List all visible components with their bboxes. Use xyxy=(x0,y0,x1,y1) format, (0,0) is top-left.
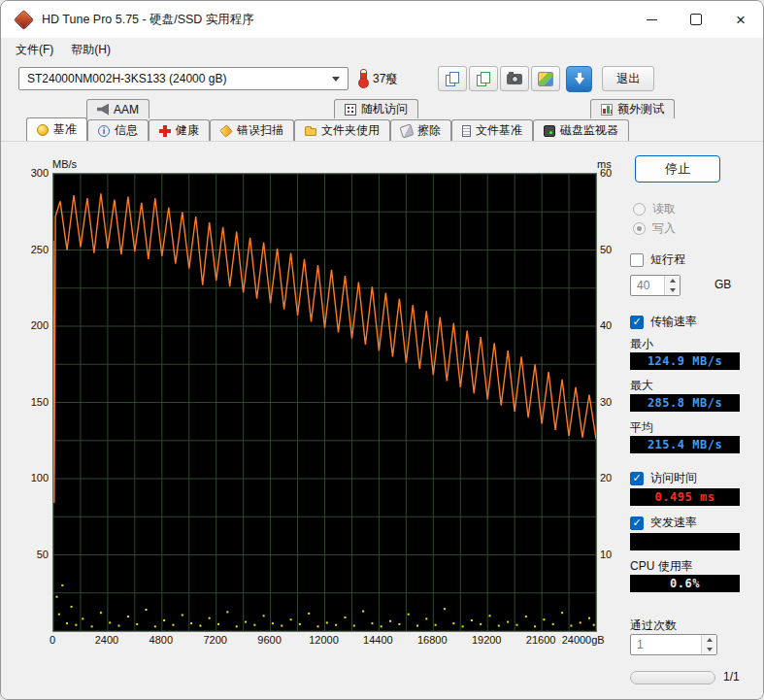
x-axis-tick-label: 12000 xyxy=(309,634,339,646)
min-label: 最小 xyxy=(630,336,653,352)
stepper-arrows xyxy=(701,635,716,654)
y-axis-tick-label: 300 xyxy=(25,167,49,179)
tab-label: 文件夹使用 xyxy=(321,122,380,139)
stepper-down-button[interactable] xyxy=(702,645,716,654)
tab-label: 信息 xyxy=(115,122,138,139)
tab-erase[interactable]: 擦除 xyxy=(390,119,451,141)
transfer-rate-row: 传输速率 xyxy=(630,314,697,330)
health-cross-icon xyxy=(159,125,171,137)
bar-chart-icon xyxy=(601,104,613,116)
cpu-usage-value: 0.6% xyxy=(630,575,740,592)
min-value: 124.9 MB/s xyxy=(630,352,740,370)
tab-info[interactable]: 信息 xyxy=(87,119,149,141)
short-stroke-row: 短行程 xyxy=(630,251,685,268)
tab-disk-monitor[interactable]: 磁盘监视器 xyxy=(533,119,629,141)
down-arrow-icon xyxy=(575,73,584,84)
pencil-icon xyxy=(219,124,233,138)
disk-icon xyxy=(544,125,555,137)
read-option-row: 读取 xyxy=(633,201,676,217)
burst-rate-value xyxy=(630,533,740,550)
tab-label: 基准 xyxy=(53,121,77,138)
stepper-up-button[interactable] xyxy=(665,276,680,285)
eraser-icon xyxy=(399,123,414,138)
download-button[interactable] xyxy=(566,66,592,92)
y-axis-left-unit: MB/s xyxy=(52,158,77,170)
down-arrow-icon xyxy=(707,648,713,651)
tab-benchmark[interactable]: 基准 xyxy=(26,117,87,141)
tab-file-benchmark[interactable]: 文件基准 xyxy=(451,119,533,141)
x-axis-last-label: 24000gB xyxy=(562,634,605,646)
short-stroke-checkbox[interactable] xyxy=(630,253,644,267)
drive-selector[interactable]: ST24000NM002H-3KS133 (24000 gB) xyxy=(18,67,349,90)
maximize-button[interactable] xyxy=(674,1,718,38)
control-panel: 停止 读取 写入 短行程 40 GB xyxy=(606,148,751,697)
short-stroke-size-stepper[interactable]: 40 xyxy=(630,275,681,296)
x-axis-tick-label: 7200 xyxy=(203,634,226,646)
read-label: 读取 xyxy=(652,201,676,217)
menu-file[interactable]: 文件(F) xyxy=(7,39,62,61)
tab-row-primary: 基准 信息 健康 错误扫描 文件夹使用 擦除 xyxy=(26,117,629,141)
stop-button[interactable]: 停止 xyxy=(635,155,720,183)
window-title: HD Tune Pro 5.75 - 硬盘/SSD 实用程序 xyxy=(42,12,254,28)
file-icon xyxy=(462,125,471,137)
toolbar: ST24000NM002H-3KS133 (24000 gB) 37癈 退出 xyxy=(1,61,763,96)
copy-image-button[interactable] xyxy=(469,66,498,91)
read-radio[interactable] xyxy=(633,203,646,216)
x-axis-tick-label: 19200 xyxy=(472,634,502,646)
chevron-down-icon xyxy=(332,77,340,82)
speaker-icon xyxy=(97,104,109,116)
tab-label: AAM xyxy=(114,103,139,117)
tab-extra-tests[interactable]: 额外测试 xyxy=(590,99,675,118)
access-time-row: 访问时间 xyxy=(630,470,697,486)
tab-label: 错误扫描 xyxy=(237,122,283,139)
x-axis-tick-label: 4800 xyxy=(149,634,173,646)
tab-label: 文件基准 xyxy=(476,122,522,139)
chart-svg xyxy=(53,174,596,631)
pass-count-stepper[interactable]: 1 xyxy=(630,634,717,655)
menu-help[interactable]: 帮助(H) xyxy=(62,39,119,61)
drive-selector-value: ST24000NM002H-3KS133 (24000 gB) xyxy=(27,72,226,85)
y-axis-tick-label: 200 xyxy=(25,319,49,331)
titlebar: HD Tune Pro 5.75 - 硬盘/SSD 实用程序 × xyxy=(1,1,763,38)
tab-folder-usage[interactable]: 文件夹使用 xyxy=(294,119,390,141)
transfer-rate-checkbox[interactable] xyxy=(630,316,644,329)
cpu-usage-label: CPU 使用率 xyxy=(630,558,693,575)
tab-error-scan[interactable]: 错误扫描 xyxy=(210,119,294,141)
up-arrow-icon xyxy=(670,279,676,283)
tab-health[interactable]: 健康 xyxy=(149,119,210,141)
tab-label: 磁盘监视器 xyxy=(560,122,618,139)
save-button[interactable] xyxy=(531,66,560,91)
pass-count-label: 通过次数 xyxy=(630,617,677,634)
short-stroke-size-value: 40 xyxy=(631,279,664,292)
tab-random-access[interactable]: 随机访问 xyxy=(334,99,418,118)
tab-label: 健康 xyxy=(176,122,199,139)
avg-label: 平均 xyxy=(630,419,653,436)
x-axis-tick-label: 9600 xyxy=(257,634,281,646)
exit-button[interactable]: 退出 xyxy=(602,66,654,91)
y-axis-tick-label: 50 xyxy=(25,549,49,560)
stepper-down-button[interactable] xyxy=(665,285,680,295)
x-axis-tick-label: 21600 xyxy=(526,634,556,646)
x-axis-tick-label: 16800 xyxy=(417,634,448,646)
burst-rate-label: 突发速率 xyxy=(650,515,697,531)
y-axis-tick-label: 150 xyxy=(25,396,49,408)
info-icon xyxy=(98,125,110,137)
save-icon xyxy=(538,72,553,86)
pass-count-value: 1 xyxy=(631,638,701,651)
benchmark-chart: MB/s ms 30025020015010050 605040302010 0… xyxy=(25,157,627,654)
write-label: 写入 xyxy=(652,220,676,237)
tab-label: 擦除 xyxy=(417,122,441,139)
close-button[interactable]: × xyxy=(718,1,763,38)
minimize-button[interactable] xyxy=(629,1,674,38)
screenshot-button[interactable] xyxy=(500,66,529,91)
menubar: 文件(F) 帮助(H) xyxy=(1,38,763,61)
minimize-icon xyxy=(647,19,657,20)
stepper-up-button[interactable] xyxy=(702,635,716,645)
x-axis-tick-label: 2400 xyxy=(95,634,118,646)
burst-rate-checkbox[interactable] xyxy=(630,517,644,530)
write-radio[interactable] xyxy=(633,222,646,235)
dice-icon xyxy=(345,104,356,116)
tab-aam[interactable]: AAM xyxy=(86,99,149,118)
copy-text-button[interactable] xyxy=(438,66,467,91)
access-time-checkbox[interactable] xyxy=(630,472,644,485)
